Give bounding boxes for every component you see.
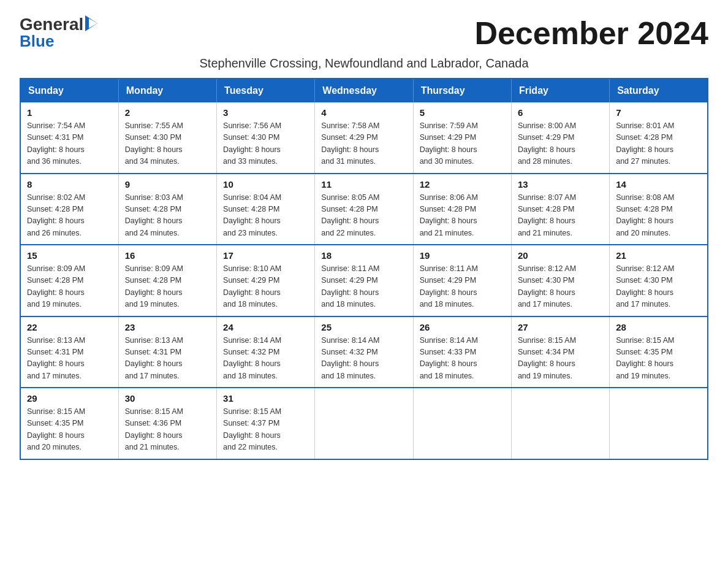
calendar-week-1: 1 Sunrise: 7:54 AM Sunset: 4:31 PM Dayli… bbox=[20, 102, 708, 174]
day-info: Sunrise: 8:08 AM Sunset: 4:28 PM Dayligh… bbox=[616, 192, 701, 240]
day-info: Sunrise: 8:10 AM Sunset: 4:29 PM Dayligh… bbox=[223, 263, 308, 311]
day-number: 20 bbox=[518, 250, 603, 261]
day-number: 29 bbox=[27, 393, 112, 404]
day-number: 23 bbox=[125, 322, 210, 332]
day-number: 11 bbox=[321, 179, 406, 190]
day-number: 3 bbox=[223, 107, 308, 118]
day-number: 25 bbox=[321, 322, 406, 332]
day-number: 31 bbox=[223, 393, 308, 404]
calendar-cell: 4 Sunrise: 7:58 AM Sunset: 4:29 PM Dayli… bbox=[315, 102, 413, 174]
day-info: Sunrise: 8:09 AM Sunset: 4:28 PM Dayligh… bbox=[125, 263, 210, 311]
day-number: 12 bbox=[420, 179, 505, 190]
day-info: Sunrise: 8:15 AM Sunset: 4:36 PM Dayligh… bbox=[125, 406, 210, 454]
calendar-cell: 17 Sunrise: 8:10 AM Sunset: 4:29 PM Dayl… bbox=[217, 245, 315, 316]
day-info: Sunrise: 8:13 AM Sunset: 4:31 PM Dayligh… bbox=[27, 335, 112, 383]
day-info: Sunrise: 8:07 AM Sunset: 4:28 PM Dayligh… bbox=[518, 192, 603, 240]
day-number: 14 bbox=[616, 179, 701, 190]
day-info: Sunrise: 7:59 AM Sunset: 4:29 PM Dayligh… bbox=[420, 120, 505, 168]
calendar-cell: 21 Sunrise: 8:12 AM Sunset: 4:30 PM Dayl… bbox=[610, 245, 708, 316]
logo: General Blue bbox=[20, 15, 99, 51]
day-info: Sunrise: 8:06 AM Sunset: 4:28 PM Dayligh… bbox=[420, 192, 505, 240]
day-number: 2 bbox=[125, 107, 210, 118]
col-sunday: Sunday bbox=[20, 79, 118, 102]
calendar-cell: 12 Sunrise: 8:06 AM Sunset: 4:28 PM Dayl… bbox=[413, 174, 511, 245]
calendar-cell: 6 Sunrise: 8:00 AM Sunset: 4:29 PM Dayli… bbox=[511, 102, 609, 174]
calendar-cell: 22 Sunrise: 8:13 AM Sunset: 4:31 PM Dayl… bbox=[20, 316, 118, 388]
logo-blue: Blue bbox=[20, 32, 99, 51]
calendar-cell: 18 Sunrise: 8:11 AM Sunset: 4:29 PM Dayl… bbox=[315, 245, 413, 316]
month-title: December 2024 bbox=[474, 15, 708, 52]
day-info: Sunrise: 8:11 AM Sunset: 4:29 PM Dayligh… bbox=[420, 263, 505, 311]
calendar-cell: 2 Sunrise: 7:55 AM Sunset: 4:30 PM Dayli… bbox=[118, 102, 216, 174]
calendar-cell: 8 Sunrise: 8:02 AM Sunset: 4:28 PM Dayli… bbox=[20, 174, 118, 245]
day-number: 9 bbox=[125, 179, 210, 190]
day-number: 30 bbox=[125, 393, 210, 404]
day-info: Sunrise: 8:13 AM Sunset: 4:31 PM Dayligh… bbox=[125, 335, 210, 383]
col-friday: Friday bbox=[511, 79, 609, 102]
day-number: 16 bbox=[125, 250, 210, 261]
calendar-cell: 27 Sunrise: 8:15 AM Sunset: 4:34 PM Dayl… bbox=[511, 316, 609, 388]
day-info: Sunrise: 8:15 AM Sunset: 4:34 PM Dayligh… bbox=[518, 335, 603, 383]
day-number: 28 bbox=[616, 322, 701, 332]
day-info: Sunrise: 8:15 AM Sunset: 4:37 PM Dayligh… bbox=[223, 406, 308, 454]
calendar-table: Sunday Monday Tuesday Wednesday Thursday… bbox=[20, 78, 708, 460]
day-info: Sunrise: 7:56 AM Sunset: 4:30 PM Dayligh… bbox=[223, 120, 308, 168]
day-info: Sunrise: 8:14 AM Sunset: 4:32 PM Dayligh… bbox=[223, 335, 308, 383]
day-number: 27 bbox=[518, 322, 603, 332]
calendar-cell: 5 Sunrise: 7:59 AM Sunset: 4:29 PM Dayli… bbox=[413, 102, 511, 174]
calendar-cell: 15 Sunrise: 8:09 AM Sunset: 4:28 PM Dayl… bbox=[20, 245, 118, 316]
calendar-cell bbox=[610, 388, 708, 459]
day-info: Sunrise: 8:15 AM Sunset: 4:35 PM Dayligh… bbox=[616, 335, 701, 383]
day-number: 21 bbox=[616, 250, 701, 261]
col-thursday: Thursday bbox=[413, 79, 511, 102]
page-container: General Blue December 2024 Stephenville … bbox=[20, 15, 708, 460]
calendar-cell: 16 Sunrise: 8:09 AM Sunset: 4:28 PM Dayl… bbox=[118, 245, 216, 316]
day-info: Sunrise: 8:01 AM Sunset: 4:28 PM Dayligh… bbox=[616, 120, 701, 168]
day-info: Sunrise: 8:00 AM Sunset: 4:29 PM Dayligh… bbox=[518, 120, 603, 168]
day-info: Sunrise: 8:02 AM Sunset: 4:28 PM Dayligh… bbox=[27, 192, 112, 240]
calendar-cell bbox=[315, 388, 413, 459]
calendar-cell: 25 Sunrise: 8:14 AM Sunset: 4:32 PM Dayl… bbox=[315, 316, 413, 388]
day-info: Sunrise: 8:12 AM Sunset: 4:30 PM Dayligh… bbox=[616, 263, 701, 311]
calendar-cell: 7 Sunrise: 8:01 AM Sunset: 4:28 PM Dayli… bbox=[610, 102, 708, 174]
day-info: Sunrise: 8:09 AM Sunset: 4:28 PM Dayligh… bbox=[27, 263, 112, 311]
day-number: 17 bbox=[223, 250, 308, 261]
day-info: Sunrise: 8:14 AM Sunset: 4:32 PM Dayligh… bbox=[321, 335, 406, 383]
calendar-cell: 29 Sunrise: 8:15 AM Sunset: 4:35 PM Dayl… bbox=[20, 388, 118, 459]
day-number: 22 bbox=[27, 322, 112, 332]
day-number: 8 bbox=[27, 179, 112, 190]
calendar-cell: 14 Sunrise: 8:08 AM Sunset: 4:28 PM Dayl… bbox=[610, 174, 708, 245]
day-info: Sunrise: 7:54 AM Sunset: 4:31 PM Dayligh… bbox=[27, 120, 112, 168]
day-number: 5 bbox=[420, 107, 505, 118]
calendar-cell: 23 Sunrise: 8:13 AM Sunset: 4:31 PM Dayl… bbox=[118, 316, 216, 388]
calendar-cell: 30 Sunrise: 8:15 AM Sunset: 4:36 PM Dayl… bbox=[118, 388, 216, 459]
day-info: Sunrise: 7:58 AM Sunset: 4:29 PM Dayligh… bbox=[321, 120, 406, 168]
day-info: Sunrise: 8:04 AM Sunset: 4:28 PM Dayligh… bbox=[223, 192, 308, 240]
calendar-cell: 13 Sunrise: 8:07 AM Sunset: 4:28 PM Dayl… bbox=[511, 174, 609, 245]
calendar-cell: 1 Sunrise: 7:54 AM Sunset: 4:31 PM Dayli… bbox=[20, 102, 118, 174]
calendar-cell: 9 Sunrise: 8:03 AM Sunset: 4:28 PM Dayli… bbox=[118, 174, 216, 245]
col-wednesday: Wednesday bbox=[315, 79, 413, 102]
svg-marker-1 bbox=[89, 18, 97, 28]
calendar-header-row: Sunday Monday Tuesday Wednesday Thursday… bbox=[20, 79, 708, 102]
day-info: Sunrise: 7:55 AM Sunset: 4:30 PM Dayligh… bbox=[125, 120, 210, 168]
header: General Blue December 2024 bbox=[20, 15, 708, 52]
col-saturday: Saturday bbox=[610, 79, 708, 102]
day-number: 13 bbox=[518, 179, 603, 190]
day-number: 19 bbox=[420, 250, 505, 261]
calendar-subtitle: Stephenville Crossing, Newfoundland and … bbox=[20, 56, 708, 71]
calendar-cell bbox=[511, 388, 609, 459]
col-tuesday: Tuesday bbox=[217, 79, 315, 102]
calendar-cell: 3 Sunrise: 7:56 AM Sunset: 4:30 PM Dayli… bbox=[217, 102, 315, 174]
calendar-cell: 11 Sunrise: 8:05 AM Sunset: 4:28 PM Dayl… bbox=[315, 174, 413, 245]
day-info: Sunrise: 8:11 AM Sunset: 4:29 PM Dayligh… bbox=[321, 263, 406, 311]
calendar-cell: 26 Sunrise: 8:14 AM Sunset: 4:33 PM Dayl… bbox=[413, 316, 511, 388]
calendar-cell: 20 Sunrise: 8:12 AM Sunset: 4:30 PM Dayl… bbox=[511, 245, 609, 316]
day-info: Sunrise: 8:05 AM Sunset: 4:28 PM Dayligh… bbox=[321, 192, 406, 240]
logo-triangle-icon bbox=[85, 15, 97, 31]
calendar-cell: 19 Sunrise: 8:11 AM Sunset: 4:29 PM Dayl… bbox=[413, 245, 511, 316]
calendar-cell bbox=[413, 388, 511, 459]
day-number: 18 bbox=[321, 250, 406, 261]
calendar-week-4: 22 Sunrise: 8:13 AM Sunset: 4:31 PM Dayl… bbox=[20, 316, 708, 388]
calendar-cell: 31 Sunrise: 8:15 AM Sunset: 4:37 PM Dayl… bbox=[217, 388, 315, 459]
